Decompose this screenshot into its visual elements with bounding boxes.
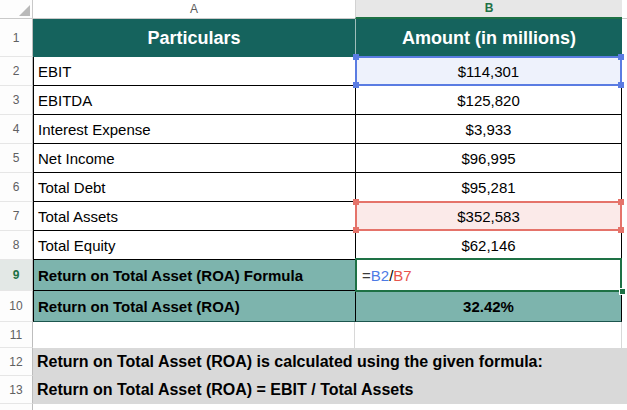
sheet-row-6: 6 Total Debt $95,281 — [0, 173, 627, 202]
cell-a6-label[interactable]: Total Debt — [33, 173, 355, 202]
sheet-row-5: 5 Net Income $96,995 — [0, 144, 627, 173]
sheet-row-1: 1 Particulars Amount (in millions) — [0, 19, 627, 57]
cell-a10-label[interactable]: Return on Total Asset (ROA) — [33, 291, 355, 322]
sheet-row-9: 9 Return on Total Asset (ROA) Formula =B… — [0, 260, 627, 291]
selection-handle[interactable] — [353, 82, 359, 88]
cell-a2-label[interactable]: EBIT — [33, 57, 355, 86]
column-header-strip: A B — [0, 0, 627, 19]
note-row-12[interactable]: Return on Total Asset (ROA) is calculate… — [33, 348, 627, 376]
cell-a4-label[interactable]: Interest Expense — [33, 115, 355, 144]
row-header-11[interactable]: 11 — [0, 322, 33, 348]
sheet-row-3: 3 EBITDA $125,820 — [0, 86, 627, 115]
row-header-8[interactable]: 8 — [0, 231, 33, 260]
cell-b5-value[interactable]: $96,995 — [355, 144, 622, 173]
cell-b6-value[interactable]: $95,281 — [355, 173, 622, 202]
formula-equals: = — [362, 267, 371, 284]
selection-handle[interactable] — [353, 199, 359, 205]
row-header-7[interactable]: 7 — [0, 202, 33, 231]
row-header-9[interactable]: 9 — [0, 260, 33, 291]
cell-a8-label[interactable]: Total Equity — [33, 231, 355, 260]
column-header-a[interactable]: A — [33, 0, 355, 19]
sheet-row-10: 10 Return on Total Asset (ROA) 32.42% — [0, 291, 627, 322]
sheet-row-8: 8 Total Equity $62,146 — [0, 231, 627, 260]
cell-b2-text: $114,301 — [458, 63, 519, 80]
row-header-stub — [0, 404, 33, 410]
selection-handle[interactable] — [618, 199, 624, 205]
row-header-5[interactable]: 5 — [0, 144, 33, 173]
cell-b1-amount-header[interactable]: Amount (in millions) — [355, 19, 622, 57]
column-header-spacer — [622, 0, 627, 19]
active-cell-editor-b9[interactable]: =B2/B7 — [355, 258, 622, 292]
selection-handle[interactable] — [618, 54, 624, 60]
row-header-13[interactable]: 13 — [0, 376, 33, 404]
selection-handle[interactable] — [618, 82, 624, 88]
cell-b10-result[interactable]: 32.42% — [355, 291, 622, 322]
cell-a1-particulars-header[interactable]: Particulars — [33, 19, 355, 57]
cell-b7-text: $352,583 — [457, 208, 520, 225]
selection-handle[interactable] — [618, 227, 624, 233]
note-row-13[interactable]: Return on Total Asset (ROA) = EBIT / Tot… — [33, 376, 627, 404]
cell-b4-value[interactable]: $3,933 — [355, 115, 622, 144]
selection-handle[interactable] — [353, 54, 359, 60]
select-all-triangle-icon — [19, 5, 30, 16]
cell-b11-empty[interactable] — [355, 322, 622, 348]
sheet-row-12: 12 Return on Total Asset (ROA) is calcul… — [0, 348, 627, 376]
cell-a5-label[interactable]: Net Income — [33, 144, 355, 173]
cell-b7-value[interactable]: $352,583 — [355, 202, 622, 231]
cell-a9-label[interactable]: Return on Total Asset (ROA) Formula — [33, 260, 355, 291]
formula-ref-b2: B2 — [371, 267, 389, 284]
sheet-row-11: 11 — [0, 322, 627, 348]
sheet-row-13: 13 Return on Total Asset (ROA) = EBIT / … — [0, 376, 627, 404]
cell-b9-formula[interactable]: =B2/B7 — [355, 260, 622, 291]
formula-ref-b7: B7 — [393, 267, 411, 284]
row-header-1[interactable]: 1 — [0, 19, 33, 57]
row-header-4[interactable]: 4 — [0, 115, 33, 144]
cell-b2-value[interactable]: $114,301 — [355, 57, 622, 86]
row-header-3[interactable]: 3 — [0, 86, 33, 115]
select-all-corner[interactable] — [0, 0, 33, 19]
cell-b3-value[interactable]: $125,820 — [355, 86, 622, 115]
cell-b8-value[interactable]: $62,146 — [355, 231, 622, 260]
row-header-12[interactable]: 12 — [0, 348, 33, 376]
sheet-row-7: 7 Total Assets $352,583 — [0, 202, 627, 231]
fill-handle[interactable] — [619, 288, 626, 295]
spreadsheet: A B 1 Particulars Amount (in millions) 2… — [0, 0, 627, 410]
row-header-6[interactable]: 6 — [0, 173, 33, 202]
sheet-row-stub — [0, 404, 627, 410]
selection-handle[interactable] — [353, 227, 359, 233]
column-header-b[interactable]: B — [355, 0, 622, 19]
row-header-10[interactable]: 10 — [0, 291, 33, 322]
row-header-2[interactable]: 2 — [0, 57, 33, 86]
cell-a11-empty[interactable] — [33, 322, 355, 348]
sheet-row-4: 4 Interest Expense $3,933 — [0, 115, 627, 144]
cell-a7-label[interactable]: Total Assets — [33, 202, 355, 231]
cell-a3-label[interactable]: EBITDA — [33, 86, 355, 115]
sheet-row-2: 2 EBIT $114,301 — [0, 57, 627, 86]
